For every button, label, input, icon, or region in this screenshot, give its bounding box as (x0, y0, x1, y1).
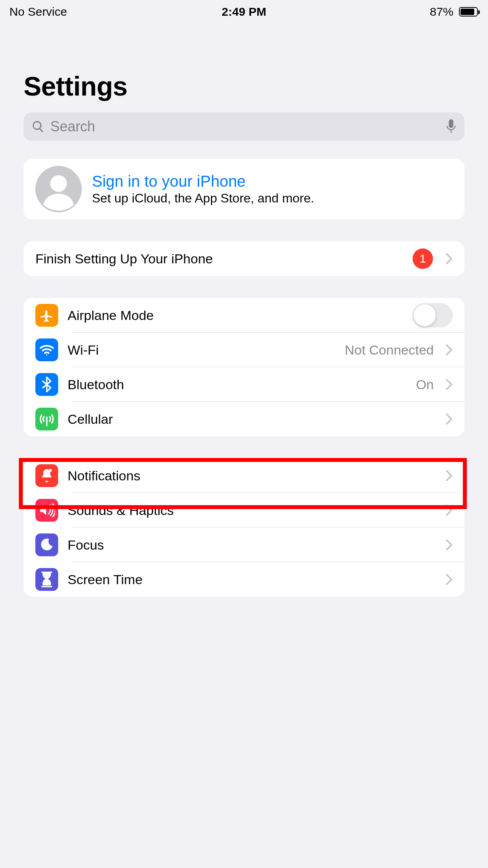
chevron-right-icon (446, 504, 453, 517)
battery-percent-text: 87% (430, 5, 453, 18)
focus-label: Focus (68, 537, 104, 553)
connectivity-group: Airplane Mode Wi-Fi Not Connected Blueto… (24, 298, 464, 436)
battery-fill (460, 9, 474, 15)
sounds-row[interactable]: Sounds & Haptics (24, 493, 464, 528)
svg-point-5 (49, 469, 52, 472)
screen-time-label: Screen Time (68, 572, 143, 587)
sounds-icon (35, 499, 58, 522)
screen-time-icon (35, 568, 58, 591)
screen-time-row[interactable]: Screen Time (24, 562, 464, 597)
search-input[interactable]: Search (24, 112, 464, 141)
signin-row[interactable]: Sign in to your iPhone Set up iCloud, th… (24, 159, 464, 219)
signin-title: Sign in to your iPhone (92, 173, 314, 190)
signin-text: Sign in to your iPhone Set up iCloud, th… (92, 173, 314, 206)
chevron-right-icon (446, 252, 453, 265)
page-title: Settings (0, 24, 488, 112)
svg-point-4 (46, 418, 47, 419)
finish-setup-badge: 1 (413, 248, 433, 269)
bluetooth-label: Bluetooth (68, 377, 124, 392)
cellular-row[interactable]: Cellular (24, 402, 464, 436)
avatar-icon (35, 166, 82, 212)
bluetooth-icon (35, 373, 58, 396)
dictation-icon[interactable] (446, 119, 457, 134)
cellular-label: Cellular (68, 412, 113, 427)
status-bar: No Service 2:49 PM 87% (0, 0, 488, 24)
notifications-row[interactable]: Notifications (24, 458, 464, 493)
notifications-label: Notifications (68, 468, 140, 484)
sounds-label: Sounds & Haptics (68, 503, 174, 518)
chevron-right-icon (446, 344, 453, 356)
finish-setup-label: Finish Setting Up Your iPhone (35, 251, 213, 267)
search-placeholder: Search (50, 118, 440, 135)
battery-icon (457, 7, 478, 17)
notifications-icon (35, 464, 58, 487)
wifi-label: Wi-Fi (68, 342, 99, 358)
wifi-icon (35, 338, 58, 361)
attention-group: Notifications Sounds & Haptics Focus (24, 458, 464, 597)
airplane-mode-switch[interactable] (413, 303, 453, 327)
status-right: 87% (430, 5, 478, 18)
svg-point-2 (46, 354, 47, 355)
chevron-right-icon (446, 413, 453, 425)
cellular-icon (35, 408, 58, 430)
status-time: 2:49 PM (0, 5, 488, 18)
status-carrier: No Service (9, 5, 67, 18)
chevron-right-icon (446, 573, 453, 586)
focus-icon (35, 533, 58, 556)
finish-setup-group: Finish Setting Up Your iPhone 1 (24, 241, 464, 276)
chevron-right-icon (446, 378, 453, 391)
airplane-mode-label: Airplane Mode (68, 308, 154, 323)
focus-row[interactable]: Focus (24, 528, 464, 562)
chevron-right-icon (446, 469, 453, 482)
search-icon (31, 120, 45, 133)
airplane-icon (35, 304, 58, 327)
signin-group: Sign in to your iPhone Set up iCloud, th… (24, 159, 464, 219)
svg-point-1 (50, 175, 67, 192)
bluetooth-detail: On (416, 377, 434, 392)
chevron-right-icon (446, 539, 453, 551)
airplane-mode-row[interactable]: Airplane Mode (24, 298, 464, 333)
bluetooth-row[interactable]: Bluetooth On (24, 367, 464, 402)
wifi-row[interactable]: Wi-Fi Not Connected (24, 333, 464, 367)
wifi-detail: Not Connected (345, 342, 434, 358)
finish-setup-row[interactable]: Finish Setting Up Your iPhone 1 (24, 241, 464, 276)
signin-subtitle: Set up iCloud, the App Store, and more. (92, 191, 314, 206)
